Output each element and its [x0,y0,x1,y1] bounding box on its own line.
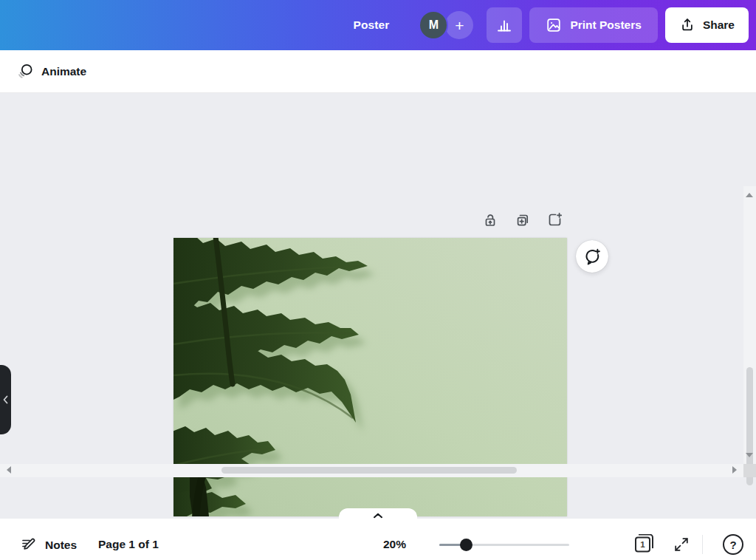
fullscreen-button[interactable] [673,536,690,553]
sidebar-toggle[interactable] [0,365,11,434]
zoom-slider[interactable] [439,537,569,552]
help-icon: ? [729,539,736,551]
horizontal-scrollbar[interactable] [0,464,743,477]
share-label: Share [703,18,735,32]
animate-button[interactable]: Animate [9,57,94,86]
scroll-up-arrow-icon[interactable] [746,193,753,197]
collaborators-group: + M [419,7,476,43]
image-icon [546,17,562,33]
duplicate-page-icon [514,211,532,229]
zoom-slider-thumb[interactable] [460,539,472,551]
vertical-scrollbar[interactable] [743,186,756,464]
scrollbar-corner [743,464,756,477]
scroll-right-arrow-icon[interactable] [732,466,737,474]
bar-chart-icon [495,16,513,34]
editor-toolbar: Animate [0,50,756,93]
zoom-slider-track[interactable] [439,544,569,546]
status-bar: Notes Page 1 of 1 20% 1 ? [0,519,756,560]
plus-icon: + [455,17,464,34]
help-button[interactable]: ? [723,534,743,555]
notes-icon [21,536,38,553]
duplicate-page-button[interactable] [514,211,532,229]
print-posters-label: Print Posters [570,18,641,32]
lock-button[interactable] [481,211,499,229]
footer-divider [702,535,703,554]
grid-view-button[interactable]: 1 [635,537,650,553]
expand-panel-tab[interactable] [339,508,417,519]
insights-button[interactable] [487,7,522,43]
chevron-up-icon [373,513,383,519]
canvas-workspace: + Add page [0,93,756,519]
pages-icon: 1 [635,537,650,553]
print-posters-button[interactable]: Print Posters [529,7,657,43]
unlock-icon [481,211,499,229]
page-thumbnail-number: 1 [636,539,649,551]
page-indicator: Page 1 of 1 [98,538,159,551]
animate-icon [16,63,34,81]
share-button[interactable]: Share [665,7,749,43]
add-page-icon [546,211,564,229]
animate-label: Animate [41,65,86,78]
notes-button[interactable]: Notes [21,536,77,553]
fullscreen-icon [673,536,690,553]
add-comment-icon [583,247,602,266]
avatar[interactable]: M [420,12,447,38]
canva-editor: Poster + M Print Posters [0,0,756,560]
add-comment-button[interactable] [576,240,608,273]
scroll-down-arrow-icon[interactable] [746,453,753,457]
topbar: Poster + M Print Posters [0,0,756,50]
avatar-initial: M [429,18,439,32]
chevron-left-icon [3,395,9,404]
notes-label: Notes [45,538,77,551]
page-actions [481,211,564,229]
add-people-button[interactable]: + [445,11,473,39]
horizontal-scrollbar-thumb[interactable] [221,467,517,474]
zoom-level[interactable]: 20% [383,538,406,551]
design-title[interactable]: Poster [354,18,390,32]
add-page-icon-button[interactable] [546,211,564,229]
share-icon [679,17,695,33]
scroll-left-arrow-icon[interactable] [7,466,11,474]
